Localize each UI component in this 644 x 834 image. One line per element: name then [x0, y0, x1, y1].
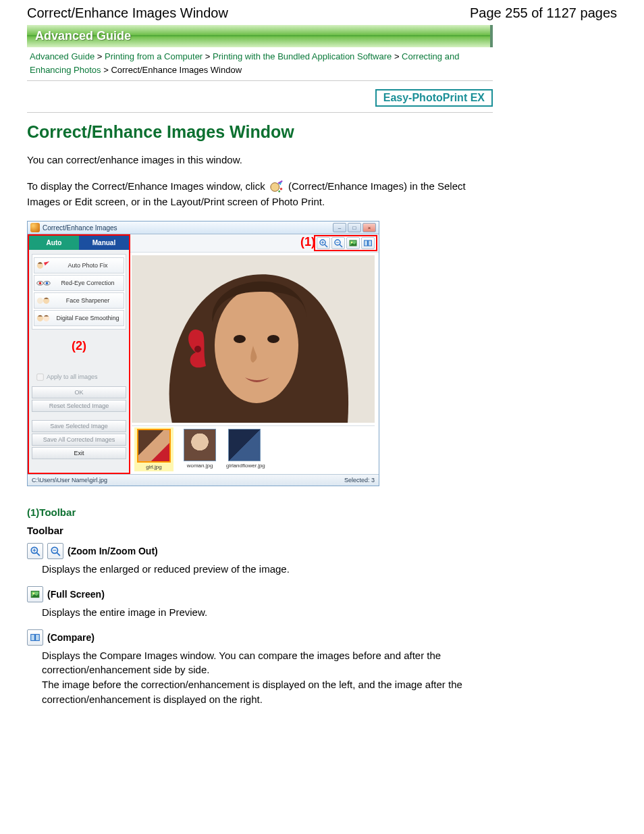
red-eye-icon: [36, 278, 51, 288]
full-screen-icon: [27, 586, 43, 602]
svg-point-24: [215, 288, 298, 403]
red-eye-button[interactable]: Red-Eye Correction: [34, 275, 124, 291]
tab-manual[interactable]: Manual: [79, 236, 129, 250]
page-indicator: Page 255 of 1127 pages: [470, 5, 617, 21]
full-screen-title: (Full Screen): [47, 589, 105, 600]
svg-point-25: [234, 335, 246, 343]
face-sharpener-button[interactable]: Face Sharpener: [34, 292, 124, 309]
svg-line-13: [325, 244, 327, 247]
correct-enhance-icon: [269, 180, 284, 194]
svg-rect-38: [36, 634, 40, 640]
status-path: C:\Users\User Name\girl.jpg: [32, 477, 107, 484]
thumb-1-label: girl.jpg: [136, 464, 172, 470]
red-eye-label: Red-Eye Correction: [53, 280, 122, 286]
svg-point-2: [278, 190, 280, 192]
zoom-title: (Zoom In/Zoom Out): [68, 546, 158, 556]
svg-point-1: [279, 188, 282, 190]
preview-image: [132, 255, 375, 423]
zoom-in-icon: [27, 543, 43, 559]
compare-button[interactable]: [361, 237, 375, 249]
annotation-2: (2): [29, 330, 129, 368]
crumb-bundled-software[interactable]: Printing with the Bundled Application So…: [213, 51, 392, 61]
reset-button[interactable]: Reset Selected Image: [32, 400, 126, 412]
app-badge: Easy-PhotoPrint EX: [375, 89, 493, 107]
zoom-out-icon: [47, 543, 63, 559]
toolbar-heading: Toolbar: [27, 525, 493, 536]
guide-banner: Advanced Guide: [27, 25, 493, 47]
crumb-advanced-guide[interactable]: Advanced Guide: [30, 51, 95, 61]
svg-point-27: [194, 346, 201, 353]
apply-all-checkbox[interactable]: Apply to all images: [29, 368, 129, 385]
svg-line-33: [57, 552, 60, 556]
toolbar-anchor: (1)Toolbar: [27, 506, 493, 518]
minimize-button[interactable]: –: [333, 223, 346, 232]
app-window-screenshot: Correct/Enhance Images – □ × Auto Manual: [27, 221, 379, 486]
close-button[interactable]: ×: [363, 223, 376, 232]
svg-line-17: [340, 244, 342, 247]
thumb-2[interactable]: woman.jpg: [182, 429, 218, 471]
thumb-3[interactable]: girlandflower.jpg: [226, 429, 263, 471]
svg-rect-21: [365, 240, 368, 246]
svg-point-8: [37, 297, 43, 303]
svg-point-7: [46, 282, 49, 284]
svg-rect-37: [31, 634, 35, 640]
svg-point-26: [267, 335, 279, 343]
doc-header-title: Correct/Enhance Images Window: [27, 5, 228, 21]
crumb-current: Correct/Enhance Images Window: [111, 65, 242, 75]
toolbar-group: [314, 235, 377, 251]
sidebar-panel: Auto Manual Auto Photo Fix Red-Ey: [28, 234, 130, 474]
face-smoothing-icon: [36, 313, 51, 323]
thumbnail-strip: girl.jpg woman.jpg girlandflower.jpg: [132, 425, 375, 473]
window-title: Correct/Enhance Images: [43, 224, 333, 232]
exit-button[interactable]: Exit: [32, 447, 126, 459]
auto-photo-fix-icon: [36, 260, 51, 271]
annotation-1: (1): [300, 235, 315, 249]
zoom-desc: Displays the enlarged or reduced preview…: [42, 562, 493, 577]
intro-text: You can correct/enhance images in this w…: [27, 153, 493, 167]
crumb-printing-computer[interactable]: Printing from a Computer: [105, 51, 203, 61]
svg-point-5: [39, 282, 42, 284]
svg-point-36: [32, 592, 34, 594]
save-selected-button[interactable]: Save Selected Image: [32, 420, 126, 432]
full-screen-desc: Displays the entire image in Preview.: [42, 605, 493, 620]
thumb-3-label: girlandflower.jpg: [226, 463, 263, 469]
status-selected: Selected: 3: [344, 477, 375, 484]
face-sharpener-label: Face Sharpener: [53, 297, 122, 304]
thumb-1[interactable]: girl.jpg: [134, 427, 173, 471]
svg-point-0: [271, 183, 279, 192]
compare-desc: Displays the Compare Images window. You …: [42, 648, 493, 707]
save-all-button[interactable]: Save All Corrected Images: [32, 434, 126, 446]
face-smoothing-label: Digital Face Smoothing: [53, 315, 122, 321]
zoom-out-button[interactable]: [331, 237, 345, 249]
auto-photo-fix-label: Auto Photo Fix: [53, 262, 122, 269]
breadcrumb: Advanced Guide > Printing from a Compute…: [27, 47, 493, 81]
tab-auto[interactable]: Auto: [29, 236, 79, 250]
svg-point-20: [351, 242, 352, 243]
howto-text: To display the Correct/Enhance Images wi…: [27, 179, 493, 209]
app-icon: [30, 223, 40, 232]
page-title: Correct/Enhance Images Window: [27, 122, 493, 142]
face-sharpener-icon: [36, 295, 51, 306]
face-smoothing-button[interactable]: Digital Face Smoothing: [34, 310, 124, 326]
svg-line-29: [36, 552, 40, 556]
maximize-button[interactable]: □: [348, 223, 361, 232]
svg-rect-22: [369, 240, 372, 246]
compare-icon: [27, 629, 43, 646]
full-screen-button[interactable]: [346, 237, 360, 249]
thumb-2-label: woman.jpg: [182, 463, 218, 469]
ok-button[interactable]: OK: [32, 386, 126, 398]
auto-photo-fix-button[interactable]: Auto Photo Fix: [34, 257, 124, 273]
compare-title: (Compare): [47, 632, 95, 643]
zoom-in-button[interactable]: [317, 237, 330, 249]
